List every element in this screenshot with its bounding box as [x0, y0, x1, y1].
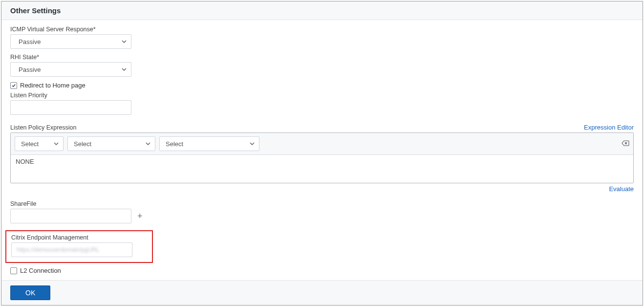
expr-select-3[interactable]: Select: [159, 136, 259, 151]
l2-checkbox-row: L2 Connection: [10, 267, 634, 274]
expr-select-1[interactable]: Select: [15, 136, 64, 151]
rhi-select-value: Passive: [19, 66, 41, 73]
expression-editor-link[interactable]: Expression Editor: [584, 124, 634, 131]
l2-label: L2 Connection: [20, 267, 61, 274]
expr-select-2[interactable]: Select: [67, 136, 155, 151]
panel-content: ICMP Virtual Server Response* Passive RH…: [1, 20, 643, 280]
evaluate-row: Evaluate: [10, 185, 634, 193]
field-icmp: ICMP Virtual Server Response* Passive: [10, 26, 634, 49]
evaluate-link[interactable]: Evaluate: [609, 185, 634, 193]
icmp-select[interactable]: Passive: [10, 34, 131, 49]
listen-priority-label: Listen Priority: [10, 92, 634, 99]
listen-policy-label: Listen Policy Expression: [10, 124, 76, 131]
plus-icon[interactable]: +: [137, 211, 143, 221]
sharefile-label: ShareFile: [10, 200, 634, 207]
expr-select-3-value: Select: [166, 140, 183, 148]
listen-priority-input[interactable]: [10, 100, 131, 115]
ok-button[interactable]: OK: [10, 285, 50, 300]
endpoint-value-blurred: https://demouserdomain/pgURL: [17, 246, 99, 253]
field-sharefile: ShareFile +: [10, 200, 634, 223]
field-listen-priority: Listen Priority: [10, 92, 634, 115]
redirect-checkbox-row: Redirect to Home page: [10, 82, 634, 89]
redirect-checkbox[interactable]: [10, 82, 17, 89]
endpoint-input[interactable]: https://demouserdomain/pgURL: [11, 242, 132, 257]
rhi-label: RHI State*: [10, 54, 634, 61]
icmp-select-value: Passive: [19, 38, 41, 45]
endpoint-label: Citrix Endpoint Management: [11, 234, 147, 241]
field-rhi: RHI State* Passive: [10, 54, 634, 77]
endpoint-highlight-box: Citrix Endpoint Management https://demou…: [5, 230, 153, 263]
l2-checkbox[interactable]: [10, 267, 17, 274]
listen-policy-header-row: Listen Policy Expression Expression Edit…: [10, 124, 634, 131]
expression-textarea[interactable]: [11, 155, 633, 181]
expression-box: Select Select Select: [10, 132, 634, 183]
panel-footer: OK: [1, 280, 643, 305]
rhi-select[interactable]: Passive: [10, 62, 131, 77]
sharefile-input[interactable]: [10, 209, 131, 223]
clear-icon[interactable]: [622, 140, 629, 148]
icmp-label: ICMP Virtual Server Response*: [10, 26, 634, 33]
expression-toolbar: Select Select Select: [11, 133, 633, 155]
panel-header: Other Settings: [1, 1, 643, 20]
expr-select-1-value: Select: [21, 140, 39, 148]
expr-select-2-value: Select: [74, 140, 91, 148]
redirect-label: Redirect to Home page: [20, 82, 86, 89]
